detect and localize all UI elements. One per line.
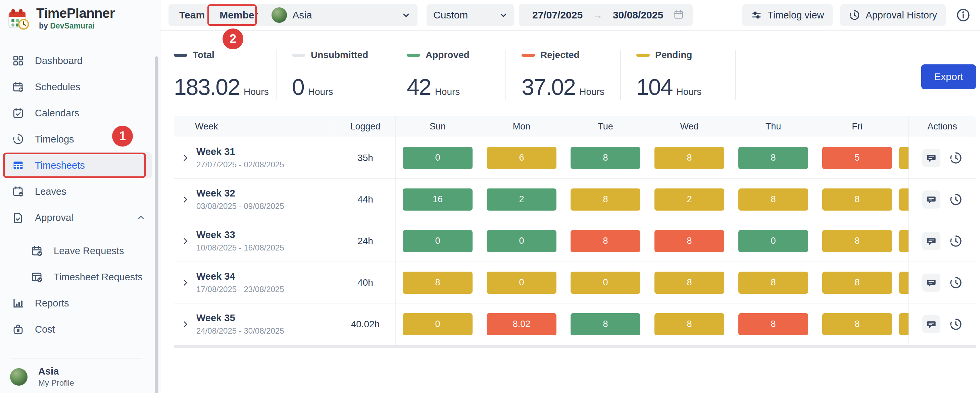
sidebar-item-reports[interactable]: Reports (5, 290, 152, 316)
day-bar-approved[interactable]: 8 (738, 147, 808, 169)
day-cell-thu: 0 (731, 220, 815, 261)
comment-button[interactable] (922, 274, 940, 292)
sidebar-item-approval[interactable]: Approval (5, 204, 152, 231)
day-bar-rejected[interactable]: 8.02 (487, 313, 557, 335)
day-bar-pending[interactable]: 8 (822, 230, 892, 252)
history-clock-icon (849, 10, 860, 21)
horizontal-scrollbar[interactable] (174, 345, 976, 348)
stat-value: 0 (292, 74, 304, 100)
day-bar-pending[interactable]: 8 (822, 272, 892, 294)
approval-history-button[interactable]: Approval History (840, 4, 946, 26)
day-bar-pending[interactable]: 2 (654, 189, 724, 211)
day-bar-approved[interactable]: 2 (487, 189, 557, 211)
expand-chevron-right-icon[interactable] (181, 237, 189, 246)
sidebar-item-cost[interactable]: Cost (5, 316, 152, 342)
comment-button[interactable] (922, 190, 940, 209)
stat-label: Rejected (540, 50, 580, 60)
history-clock-icon (949, 235, 963, 248)
timelog-view-button[interactable]: Timelog view (742, 4, 833, 26)
stat-rejected: Rejected 37.02 Hours (506, 50, 621, 100)
day-bar-approved[interactable]: 0 (403, 230, 473, 252)
sidebar-item-leaves[interactable]: Leaves (5, 178, 152, 204)
day-bar-approved[interactable]: 0 (403, 147, 473, 169)
approval-icon (12, 212, 24, 223)
stat-value: 183.02 (174, 74, 240, 100)
sidebar-item-label: Reports (35, 298, 69, 309)
day-bar-pending[interactable]: 8 (738, 189, 808, 211)
row-history-button[interactable] (949, 276, 963, 289)
expand-chevron-right-icon[interactable] (181, 154, 189, 162)
sidebar-item-label: Timesheet Requests (54, 272, 143, 283)
comment-button[interactable] (922, 232, 940, 250)
stat-value: 104 (636, 74, 672, 100)
sidebar-item-calendars[interactable]: Calendars (5, 100, 152, 126)
week-date-range: 03/08/2025 - 09/08/2025 (196, 201, 284, 211)
date-range-end[interactable]: 30/08/2025 (613, 10, 663, 21)
day-bar-pending[interactable]: 8 (654, 272, 724, 294)
expand-chevron-right-icon[interactable] (181, 320, 189, 329)
sidebar-item-leave-requests[interactable]: Leave Requests (24, 238, 152, 264)
header-day-tue: Tue (563, 116, 648, 137)
stat-color-dash (636, 54, 650, 57)
row-history-button[interactable] (949, 151, 963, 165)
day-bar-approved[interactable]: 0 (487, 230, 557, 252)
sidebar-item-timesheet-requests[interactable]: Timesheet Requests (24, 264, 152, 290)
day-bar-pending[interactable]: 8 (654, 313, 724, 335)
week-date-range: 27/07/2025 - 02/08/2025 (196, 160, 284, 170)
scope-team-segment[interactable]: Team (172, 6, 212, 24)
period-select[interactable]: Custom (426, 4, 514, 26)
info-icon[interactable] (956, 8, 970, 22)
sidebar-item-timesheets[interactable]: Timesheets (5, 152, 152, 178)
row-history-button[interactable] (949, 193, 963, 206)
schedules-icon (12, 81, 24, 93)
member-select-value[interactable]: Asia (292, 10, 312, 21)
day-cell-fri: 8 (815, 303, 899, 345)
expand-chevron-right-icon[interactable] (181, 195, 189, 204)
date-range-start[interactable]: 27/07/2025 (532, 10, 582, 21)
comment-icon (926, 277, 937, 288)
expand-chevron-right-icon[interactable] (181, 278, 189, 287)
sidebar-footer: Asia My Profile (0, 358, 151, 388)
history-clock-icon (949, 151, 963, 165)
comment-button[interactable] (922, 149, 940, 167)
comment-button[interactable] (922, 315, 940, 333)
day-bar-pending[interactable]: 8 (654, 147, 724, 169)
day-bar-approved[interactable]: 16 (403, 189, 473, 211)
day-bar-pending[interactable]: 8 (822, 313, 892, 335)
profile-link[interactable]: Asia My Profile (0, 366, 151, 388)
sidebar-item-timelogs[interactable]: Timelogs (5, 126, 152, 152)
sliders-icon (751, 10, 762, 21)
row-history-button[interactable] (949, 235, 963, 248)
date-range-input[interactable]: 27/07/2025 → 30/08/2025 (519, 4, 693, 26)
day-bar-rejected[interactable]: 8 (571, 230, 640, 252)
timelogs-icon (12, 133, 24, 145)
day-bar-pending[interactable]: 6 (487, 147, 557, 169)
calendar-icon[interactable] (673, 9, 684, 21)
export-button[interactable]: Export (921, 64, 976, 89)
day-bar-pending[interactable]: 0 (487, 272, 557, 294)
day-bar-pending[interactable]: 8 (571, 189, 640, 211)
sidebar-item-dashboard[interactable]: Dashboard (5, 48, 152, 74)
timesheet-table: Week Logged SunMonTueWedThuFri Actions W… (174, 116, 976, 393)
scope-member-segment[interactable]: Member (212, 6, 266, 24)
calendar-clock-logo-icon (7, 7, 30, 31)
period-select-value: Custom (433, 10, 468, 21)
chevron-up-icon[interactable] (136, 212, 146, 223)
day-bar-rejected[interactable]: 8 (654, 230, 724, 252)
day-bar-approved[interactable]: 8 (571, 313, 640, 335)
day-bar-rejected[interactable]: 5 (822, 147, 892, 169)
day-bar-pending[interactable]: 0 (403, 313, 473, 335)
stat-value: 42 (407, 74, 431, 100)
sidebar-scrollbar[interactable] (155, 56, 158, 393)
day-bar-pending[interactable]: 8 (822, 189, 892, 211)
day-cell-tue: 8 (563, 303, 648, 345)
day-bar-approved[interactable]: 8 (571, 147, 640, 169)
row-history-button[interactable] (949, 317, 963, 331)
sidebar-item-schedules[interactable]: Schedules (5, 74, 152, 100)
chevron-down-icon[interactable] (401, 10, 411, 20)
day-bar-pending[interactable]: 8 (403, 272, 473, 294)
day-bar-approved[interactable]: 0 (738, 230, 808, 252)
day-bar-pending[interactable]: 8 (738, 272, 808, 294)
day-bar-pending[interactable]: 0 (571, 272, 640, 294)
day-bar-rejected[interactable]: 8 (738, 313, 808, 335)
